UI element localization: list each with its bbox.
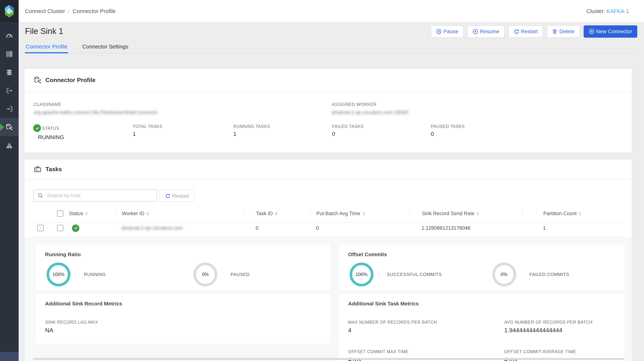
successful-commits-donut: 100% <box>350 262 374 286</box>
smm-logo-icon <box>4 4 14 18</box>
successful-commits-group: 100% SUCCESSFUL COMMITS <box>339 262 482 286</box>
topics-icon <box>6 69 13 76</box>
running-ratio-title: Running Ratio <box>36 245 330 257</box>
successful-commits-label: SUCCESSFUL COMMITS <box>387 272 442 277</box>
new-connector-label: New Connector <box>596 28 632 34</box>
running-donut-label: RUNNING <box>84 272 106 277</box>
sink-task-metrics-title: Additional Sink Task Metrics <box>339 294 624 306</box>
breadcrumb: Connect Cluster / Connector Profile <box>25 8 116 14</box>
offset-commits-title: Offset Commits <box>339 245 624 257</box>
failed-commits-label: FAILED COMMITS <box>530 272 569 277</box>
stat-failed-tasks: FAILED TASKS 0 <box>332 124 431 140</box>
classname-value-redacted: org.apache.kafka.connect.file.FileStream… <box>34 110 158 115</box>
breadcrumb-current: Connector Profile <box>72 8 116 14</box>
page-title: File Sink 1 <box>25 27 63 36</box>
main-area: Connect Cluster / Connector Profile Clus… <box>19 0 644 361</box>
failed-commits-group: 0% FAILED COMMITS <box>482 262 624 286</box>
task-status-running-icon <box>72 224 80 232</box>
tab-bar: Connector Profile Connector Settings <box>25 41 637 53</box>
brokers-icon <box>6 50 13 58</box>
sidebar-item-topics[interactable] <box>0 63 19 81</box>
cluster-name-link[interactable]: KAFKA-1 <box>606 8 629 14</box>
active-indicator-arrow <box>0 123 4 131</box>
play-circle-icon <box>472 29 478 34</box>
task-restart-button[interactable]: Restart <box>160 189 194 202</box>
sidebar-item-consumers[interactable] <box>0 100 19 118</box>
partition-count-value: 1 <box>522 225 623 231</box>
connector-actions: Pause Resume Restart <box>431 25 637 38</box>
metric-max-records-per-batch: MAX NUMBER OF RECORDS PER BATCH 4 <box>348 320 504 334</box>
connector-profile-card: Connector Profile CLASSNAME org.apache.k… <box>24 69 632 152</box>
failed-commits-pct: 0% <box>501 272 508 277</box>
max-records-value: 4 <box>348 327 504 334</box>
collapse-row-button[interactable] <box>37 225 44 231</box>
delete-button[interactable]: Delete <box>547 25 580 38</box>
dashboard-gauge-icon <box>6 32 13 39</box>
failed-tasks-value: 0 <box>332 131 431 137</box>
paused-tasks-label: PAUSED TASKS <box>431 124 623 129</box>
put-batch-avg-time-value: 0 <box>310 225 410 231</box>
running-tasks-label: RUNNING TASKS <box>233 124 332 129</box>
smm-logo[interactable] <box>0 0 19 22</box>
sink-record-metrics-title: Additional Sink Record Metrics <box>36 294 330 306</box>
col-partition-count[interactable]: Partition Count <box>522 208 623 219</box>
col-put-batch-label: Put Batch Avg Time <box>316 211 360 216</box>
running-donut: 100% <box>46 262 70 286</box>
sidebar-nav <box>0 22 19 154</box>
failed-tasks-label: FAILED TASKS <box>332 124 431 129</box>
select-all-checkbox[interactable] <box>57 210 63 217</box>
col-task-id[interactable]: Task ID <box>244 208 310 219</box>
search-input[interactable] <box>46 192 153 199</box>
col-send-rate[interactable]: Sink Record Send Rate <box>410 208 522 219</box>
resume-button[interactable]: Resume <box>467 25 504 38</box>
commit-avg-time-label: OFFSET COMMIT AVERAGE TIME <box>504 349 615 354</box>
sink-record-metrics-block: Additional Sink Record Metrics SINK RECO… <box>36 294 330 343</box>
sort-icon <box>362 212 365 215</box>
row-checkbox[interactable] <box>57 225 63 231</box>
connect-icon <box>6 123 13 131</box>
sidebar-item-producers[interactable] <box>0 81 19 100</box>
resume-label: Resume <box>480 28 500 34</box>
paused-donut: 0% <box>194 262 217 286</box>
new-connector-button[interactable]: New Connector <box>584 25 637 38</box>
task-detail-right: Offset Commits 100% SUCCESSFUL COMMITS <box>339 245 624 361</box>
sidebar-item-alerts[interactable] <box>0 136 19 154</box>
assigned-worker-field: ASSIGNED WORKER dmarsal-2-qe.cloudera.co… <box>332 102 623 115</box>
status-check-icon <box>33 124 41 132</box>
col-worker-id[interactable]: Worker ID <box>116 208 244 219</box>
sort-icon <box>275 212 277 215</box>
stat-total-tasks: TOTAL TASKS 1 <box>133 124 233 140</box>
sort-icon <box>86 212 88 215</box>
sidebar-item-partial[interactable] <box>0 352 19 361</box>
alert-triangle-icon <box>6 142 13 149</box>
app-root: Connect Cluster / Connector Profile Clus… <box>0 0 644 361</box>
metric-sink-record-lag-max: SINK RECORD LAG MAX NA <box>45 320 321 334</box>
tab-connector-profile[interactable]: Connector Profile <box>25 41 68 53</box>
tasks-icon <box>34 165 42 173</box>
table-header-row: Status Worker ID Task ID Put Batch <box>34 208 623 223</box>
col-collapse <box>34 208 53 219</box>
sidebar-item-overview[interactable] <box>0 27 19 45</box>
horizontal-scrollbar[interactable] <box>33 358 624 360</box>
trash-icon <box>552 29 558 34</box>
sidebar-item-connect[interactable] <box>0 118 19 136</box>
task-detail-panel: Running Ratio 100% RUNNING <box>24 237 632 361</box>
offset-commits-block: Offset Commits 100% SUCCESSFUL COMMITS <box>339 245 624 290</box>
sink-task-metrics-block: Additional Sink Task Metrics MAX NUMBER … <box>339 294 624 361</box>
breadcrumb-connect-cluster[interactable]: Connect Cluster <box>25 8 65 14</box>
tab-connector-settings[interactable]: Connector Settings <box>82 41 129 53</box>
sidebar-item-brokers[interactable] <box>0 45 19 63</box>
pause-button[interactable]: Pause <box>431 25 464 38</box>
col-put-batch[interactable]: Put Batch Avg Time <box>310 208 410 219</box>
tasks-card: Tasks Resta <box>24 160 632 361</box>
task-restart-label: Restart <box>172 193 189 199</box>
running-donut-group: 100% RUNNING <box>36 262 183 286</box>
sort-icon <box>477 212 479 215</box>
tasks-title: Tasks <box>46 166 62 173</box>
restart-icon <box>514 29 519 34</box>
connector-stats: STATUS RUNNING TOTAL TASKS 1 RUNNING TAS… <box>34 124 623 140</box>
pause-circle-icon <box>436 29 442 34</box>
col-status[interactable]: Status <box>68 208 116 219</box>
classname-label: CLASSNAME <box>34 102 332 107</box>
restart-button[interactable]: Restart <box>508 25 543 38</box>
